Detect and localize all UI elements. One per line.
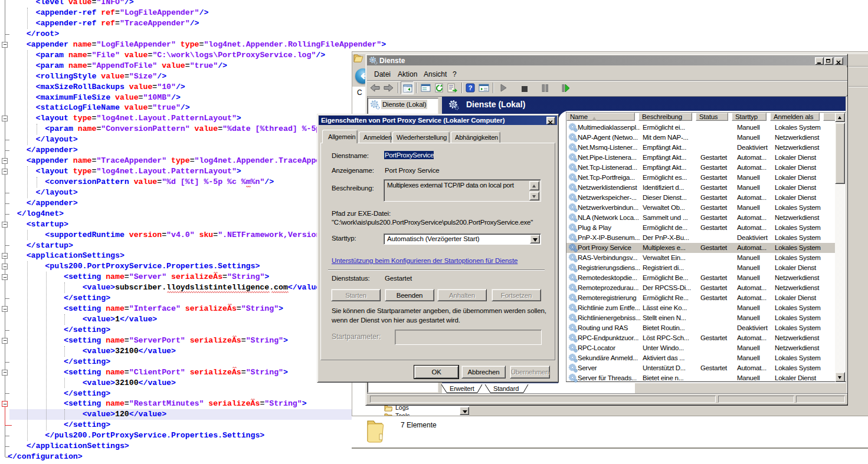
svg-text:?: ? [469,84,473,91]
svg-text:Standard: Standard [493,385,519,392]
svg-text:Erweitert: Erweitert [450,385,474,392]
